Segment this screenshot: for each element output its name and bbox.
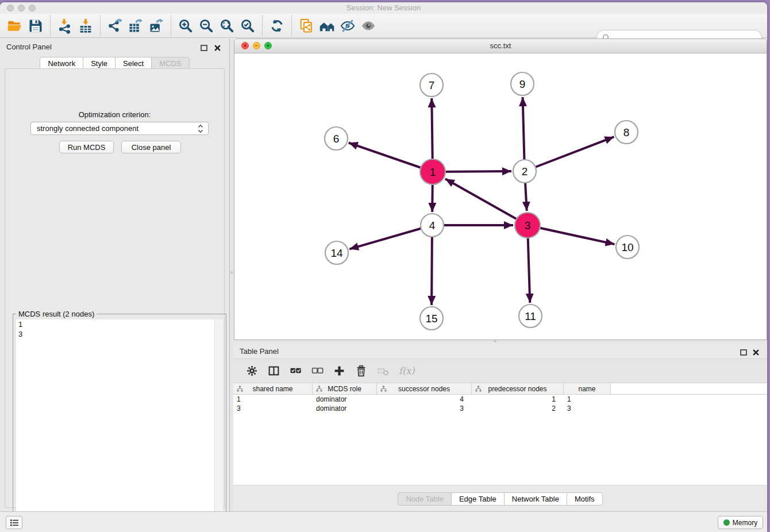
zoom-selected-icon[interactable]	[237, 16, 258, 36]
task-history-button[interactable]	[6, 516, 22, 529]
control-panel: Control Panel NetworkStyleSelectMCDS Opt…	[0, 38, 230, 511]
cell[interactable]: 1	[233, 395, 313, 403]
column-label: shared name	[252, 385, 292, 393]
tab-node-table[interactable]: Node Table	[398, 492, 452, 506]
node-table: shared nameMCDS rolesuccessor nodesprede…	[233, 383, 767, 485]
cell[interactable]: 2	[472, 404, 564, 413]
delete-column-icon[interactable]	[354, 364, 368, 378]
criterion-dropdown[interactable]: strongly connected component	[30, 122, 209, 135]
export-image-icon[interactable]	[146, 16, 167, 36]
toolbar-separator	[50, 16, 51, 36]
toolbar-separator	[291, 16, 292, 36]
toolbar-separator	[171, 16, 171, 36]
run-mcds-button[interactable]: Run MCDS	[59, 141, 114, 153]
table-panel: Table Panel f(x) shared nameMCDS rolesuc…	[233, 343, 767, 511]
export-table-icon[interactable]	[125, 16, 146, 36]
function-builder-icon[interactable]: f(x)	[398, 364, 414, 378]
edge-4-14[interactable]	[349, 225, 432, 249]
hide-eye-icon[interactable]	[337, 16, 358, 36]
mcds-panel: Optimization criterion: strongly connect…	[5, 68, 225, 508]
close-table-panel-icon[interactable]	[751, 348, 760, 357]
import-table-icon[interactable]	[75, 16, 96, 36]
task-list-icon	[9, 518, 20, 527]
close-panel-icon[interactable]	[213, 43, 222, 52]
cell[interactable]: 1	[564, 395, 611, 403]
node-label-15: 15	[425, 313, 437, 325]
table-row[interactable]: 1dominator411	[233, 395, 767, 404]
open-session-icon[interactable]	[5, 16, 25, 36]
node-label-4: 4	[429, 219, 436, 232]
node-label-3: 3	[525, 219, 531, 232]
split-columns-icon[interactable]	[267, 364, 280, 378]
memory-button[interactable]: Memory	[718, 516, 763, 529]
column-header-successor-nodes[interactable]: successor nodes	[377, 383, 472, 394]
node-label-9: 9	[519, 78, 526, 90]
float-panel-icon[interactable]	[199, 43, 209, 52]
column-header-predecessor-nodes[interactable]: predecessor nodes	[472, 383, 564, 394]
gear-icon[interactable]	[245, 364, 259, 378]
node-label-11: 11	[525, 310, 536, 322]
status-bar: Memory	[0, 511, 767, 532]
add-column-icon[interactable]	[332, 364, 346, 378]
close-panel-label: Close panel	[132, 143, 171, 152]
cell[interactable]: 1	[472, 395, 564, 403]
column-label: name	[578, 385, 595, 393]
optimization-criterion-label: Optimization criterion:	[5, 110, 224, 119]
network-window-title-bar: × − + scc.txt	[234, 39, 767, 53]
cell[interactable]: dominator	[313, 395, 377, 403]
fx-label: f(x)	[399, 365, 414, 376]
save-session-icon[interactable]	[25, 16, 46, 36]
run-mcds-label: Run MCDS	[68, 143, 106, 152]
select-all-checkboxes-icon[interactable]	[288, 364, 302, 378]
column-header-shared-name[interactable]: shared name	[233, 383, 313, 394]
tab-motifs[interactable]: Motifs	[567, 492, 603, 506]
tab-edge-table[interactable]: Edge Table	[451, 492, 505, 506]
mcds-result-line: 3	[16, 329, 223, 339]
zoom-out-icon[interactable]	[196, 16, 217, 36]
node-label-6: 6	[333, 133, 340, 145]
column-label: predecessor nodes	[488, 385, 546, 393]
copy-network-icon[interactable]	[296, 16, 317, 36]
clear-checkboxes-icon[interactable]	[310, 364, 324, 378]
cell[interactable]: 4	[377, 395, 472, 403]
table-row[interactable]: 3dominator323	[233, 404, 767, 413]
column-header-mcds-role[interactable]: MCDS role	[313, 383, 377, 394]
memory-status-icon	[723, 519, 730, 526]
show-eye-icon[interactable]	[358, 16, 379, 36]
close-panel-button[interactable]: Close panel	[121, 141, 181, 153]
home-icon[interactable]	[317, 16, 337, 36]
window-title: Session: New Session	[0, 3, 767, 12]
edge-3-1[interactable]	[445, 179, 528, 225]
tab-network-table[interactable]: Network Table	[504, 492, 567, 506]
refresh-icon[interactable]	[267, 16, 287, 36]
network-window-title: scc.txt	[234, 41, 767, 50]
column-header-name[interactable]: name	[564, 383, 611, 394]
memory-label: Memory	[733, 519, 757, 527]
cell[interactable]: 3	[377, 404, 472, 413]
float-table-panel-icon[interactable]	[739, 348, 748, 357]
edge-1-6[interactable]	[349, 143, 433, 172]
node-label-14: 14	[330, 247, 343, 259]
import-network-icon[interactable]	[55, 16, 75, 36]
edge-3-10[interactable]	[528, 225, 615, 244]
mcds-result-title: MCDS result (2 nodes)	[16, 310, 97, 318]
mcds-result-textarea[interactable]: 13	[16, 319, 223, 529]
column-label: successor nodes	[398, 385, 450, 393]
cell[interactable]: 3	[564, 404, 611, 413]
cell[interactable]: dominator	[313, 404, 377, 413]
result-scrollbar[interactable]	[214, 319, 223, 529]
cell[interactable]: 3	[233, 404, 313, 413]
table-toolbar: f(x)	[233, 358, 767, 383]
zoom-fit-icon[interactable]	[217, 16, 237, 36]
zoom-in-icon[interactable]	[175, 16, 196, 36]
network-canvas[interactable]: 7968124314101511	[234, 53, 767, 340]
edge-2-8[interactable]	[525, 137, 614, 171]
node-label-10: 10	[621, 241, 633, 253]
delete-table-icon[interactable]	[376, 364, 390, 378]
node-label-7: 7	[429, 79, 435, 91]
export-network-icon[interactable]	[105, 16, 125, 36]
splitter-grip-icon: ≡	[230, 270, 233, 275]
table-panel-footer: Node TableEdge TableNetwork TableMotifs	[233, 485, 767, 511]
dropdown-chevrons-icon	[198, 124, 203, 133]
node-label-1: 1	[430, 166, 436, 178]
